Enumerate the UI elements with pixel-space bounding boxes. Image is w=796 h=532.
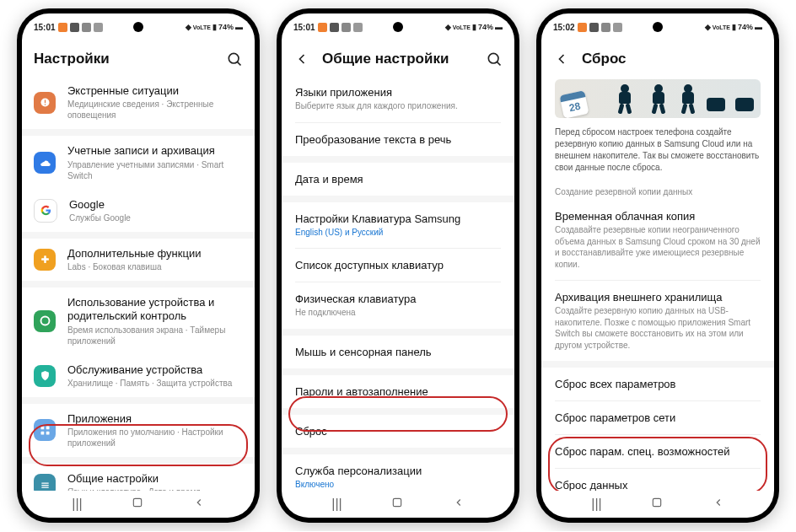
general-item[interactable]: Список доступных клавиатур xyxy=(282,249,514,282)
general-item[interactable]: Пароли и автозаполнение xyxy=(282,375,514,408)
svg-rect-9 xyxy=(46,426,49,429)
svg-line-18 xyxy=(497,62,500,65)
svg-rect-3 xyxy=(44,100,45,104)
nav-bar: ||| xyxy=(282,491,514,518)
item-subtitle: Выберите язык для каждого приложения. xyxy=(295,100,501,112)
svg-point-17 xyxy=(488,53,498,63)
reset-item[interactable]: Сброс всех параметров xyxy=(541,368,774,400)
settings-list: Экстренные ситуации Медицинские сведения… xyxy=(22,76,255,491)
tray-icon xyxy=(94,23,103,32)
item-title: Настройки Клавиатура Samsung xyxy=(295,212,501,225)
item-title: Google xyxy=(69,198,243,212)
general-item[interactable]: Дата и время xyxy=(282,163,514,196)
nav-home[interactable] xyxy=(132,497,143,512)
item-title: Использование устройства и родительский … xyxy=(67,296,243,324)
phone-2: 15:01 ◆ VoLTE ▮ 74% ▬ Общие настройки Яз… xyxy=(277,8,519,523)
settings-item[interactable]: Учетные записи и архивация Управление уч… xyxy=(22,136,255,189)
nav-recents[interactable]: ||| xyxy=(72,497,82,512)
camera-hole xyxy=(393,22,403,32)
svg-rect-4 xyxy=(44,105,45,105)
backup-item[interactable]: Временная облачная копия Создавайте резе… xyxy=(541,200,774,280)
item-subtitle: Хранилище · Память · Защита устройства xyxy=(67,378,243,389)
battery-icon: ▬ xyxy=(755,23,762,31)
reset-item[interactable]: Сброс параметров сети xyxy=(541,401,774,434)
back-icon[interactable] xyxy=(293,51,310,67)
reset-note: Перед сбросом настроек телефона создайте… xyxy=(541,126,774,182)
search-icon[interactable] xyxy=(486,51,503,67)
svg-rect-13 xyxy=(41,485,49,486)
settings-item[interactable]: Google Службы Google xyxy=(22,190,255,232)
nav-back[interactable] xyxy=(453,497,465,512)
settings-item[interactable]: Общие настройки Язык и клавиатура · Дата… xyxy=(22,464,255,491)
settings-item[interactable]: Обслуживание устройства Хранилище · Памя… xyxy=(22,355,255,397)
tray-icon xyxy=(82,23,91,32)
phone-3: 15:02 ◆ VoLTE ▮ 74% ▬ Сброс 28 xyxy=(536,8,779,523)
general-item[interactable]: Преобразование текста в речь xyxy=(282,123,514,156)
item-title: Обслуживание устройства xyxy=(67,363,243,377)
header: Настройки xyxy=(22,39,255,76)
settings-item[interactable]: Использование устройства и родительский … xyxy=(22,287,255,355)
svg-rect-8 xyxy=(40,426,44,429)
nav-home[interactable] xyxy=(391,497,403,512)
item-title: Общие настройки xyxy=(67,472,243,486)
general-item[interactable]: Настройки Клавиатура SamsungEnglish (US)… xyxy=(282,202,514,249)
nav-home[interactable] xyxy=(651,497,663,512)
item-title: Мышь и сенсорная панель xyxy=(295,346,501,358)
nav-back[interactable] xyxy=(713,497,724,512)
tray-icon xyxy=(318,23,327,32)
page-title: Настройки xyxy=(34,51,214,67)
volte-icon: VoLTE xyxy=(193,24,211,30)
settings-item[interactable]: Приложения Приложения по умолчанию · Нас… xyxy=(22,404,255,457)
google-icon xyxy=(34,199,57,223)
general-item[interactable]: Мышь и сенсорная панель xyxy=(282,336,514,368)
cloud-icon xyxy=(34,152,56,174)
item-title: Временная облачная копия xyxy=(555,210,761,223)
wifi-icon: ◆ xyxy=(705,23,711,31)
item-subtitle: Создавайте резервные копии неограниченно… xyxy=(555,224,761,270)
backup-item[interactable]: Архивация внешнего хранилища Создайте ре… xyxy=(541,281,774,361)
signal-icon: ▮ xyxy=(212,23,217,31)
general-item[interactable]: Физическая клавиатураНе подключена xyxy=(282,282,514,329)
general-item[interactable]: Языки приложенияВыберите язык для каждог… xyxy=(282,76,514,122)
page-title: Общие настройки xyxy=(322,51,474,67)
svg-rect-6 xyxy=(41,259,49,261)
nav-recents[interactable]: ||| xyxy=(591,497,601,512)
svg-rect-14 xyxy=(41,486,49,487)
page-title: Сброс xyxy=(582,51,762,67)
item-title: Дополнительные функции xyxy=(67,247,243,261)
general-item[interactable]: Служба персонализацииВключено xyxy=(282,454,514,492)
care-icon xyxy=(34,365,56,387)
item-subtitle: English (US) и Русский xyxy=(295,227,501,239)
nav-recents[interactable]: ||| xyxy=(331,497,342,512)
item-title: Приложения xyxy=(67,412,243,426)
signal-icon: ▮ xyxy=(472,23,476,31)
svg-rect-10 xyxy=(40,432,44,435)
tray-icon xyxy=(578,23,587,32)
signal-icon: ▮ xyxy=(732,23,736,31)
item-subtitle: Время использования экрана · Таймеры при… xyxy=(67,325,243,347)
general-item[interactable]: Сброс xyxy=(282,415,514,448)
item-subtitle: Не подключена xyxy=(295,307,501,319)
battery-icon: ▬ xyxy=(235,23,243,31)
general-settings-list: Языки приложенияВыберите язык для каждог… xyxy=(282,76,514,491)
item-title: Сброс парам. спец. возможностей xyxy=(555,445,761,458)
svg-line-1 xyxy=(237,62,240,65)
item-title: Сброс всех параметров xyxy=(555,378,761,390)
reset-item[interactable]: Сброс парам. спец. возможностей xyxy=(541,435,774,468)
item-subtitle: Приложения по умолчанию · Настройки прил… xyxy=(67,427,243,449)
backup-section-head: Создание резервной копии данных xyxy=(541,182,774,200)
settings-item[interactable]: Дополнительные функции Labs · Боковая кл… xyxy=(22,239,255,281)
item-subtitle: Labs · Боковая клавиша xyxy=(67,261,243,272)
item-title: Сброс данных xyxy=(555,479,761,491)
settings-item[interactable]: Экстренные ситуации Медицинские сведения… xyxy=(22,76,255,129)
back-icon[interactable] xyxy=(553,51,570,67)
tray-icon xyxy=(589,23,599,32)
reset-content: 28 Перед сбросом настроек телефона созда… xyxy=(541,76,774,491)
search-icon[interactable] xyxy=(226,51,243,67)
item-title: Сброс параметров сети xyxy=(555,411,761,424)
reset-item[interactable]: Сброс данныхСброс настроек телефона до з… xyxy=(541,469,774,491)
nav-back[interactable] xyxy=(193,497,205,512)
apps-icon xyxy=(34,419,56,441)
item-title: Языки приложения xyxy=(295,86,501,99)
tray-icon xyxy=(613,23,622,32)
